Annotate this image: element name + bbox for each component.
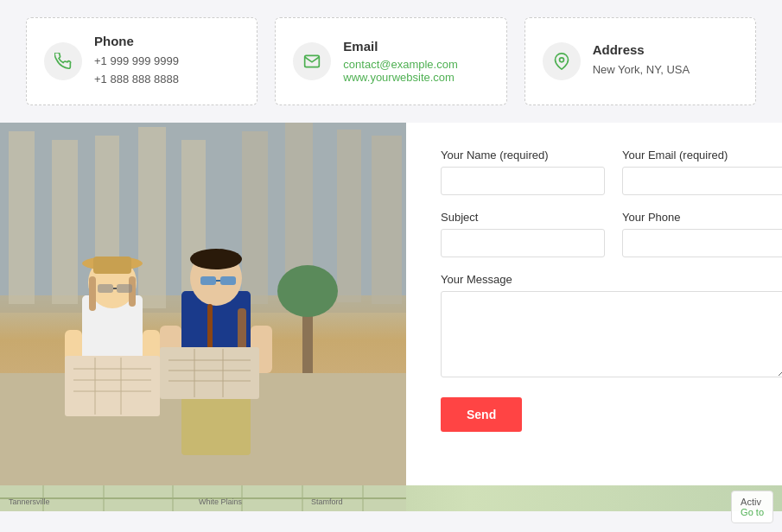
svg-rect-38: [181, 390, 251, 455]
message-label: Your Message: [441, 273, 782, 286]
couple-photo: [0, 123, 406, 485]
address-line: New York, NY, USA: [593, 61, 690, 79]
email-input[interactable]: [622, 167, 782, 195]
address-card-title: Address: [593, 42, 690, 57]
svg-text:Stamford: Stamford: [311, 497, 343, 506]
svg-text:Tannersville: Tannersville: [9, 497, 50, 506]
svg-point-40: [190, 249, 242, 269]
phone-number-2: +1 888 888 8888: [94, 71, 179, 89]
email-icon-wrap: [293, 42, 331, 80]
svg-rect-6: [138, 127, 166, 308]
name-field-group: Your Name (required): [441, 149, 605, 195]
svg-rect-31: [65, 356, 160, 416]
form-row-2: Subject Your Phone: [441, 211, 782, 257]
svg-rect-51: [160, 347, 259, 399]
map-preview: Tannersville White Plains Stamford: [0, 485, 406, 511]
svg-rect-4: [52, 140, 78, 304]
message-field-group: Your Message: [441, 273, 782, 377]
contact-form-side: Your Name (required) Your Email (require…: [406, 123, 782, 485]
svg-rect-24: [89, 276, 96, 311]
svg-rect-3: [9, 131, 35, 304]
contact-cards-section: Phone +1 999 999 9999 +1 888 888 8888 Em…: [0, 0, 782, 123]
svg-point-14: [277, 265, 338, 317]
phone-label: Your Phone: [622, 211, 782, 224]
location-icon: [553, 53, 570, 70]
svg-rect-42: [220, 276, 236, 285]
svg-point-0: [559, 58, 563, 62]
subject-input[interactable]: [441, 229, 605, 257]
address-card: Address New York, NY, USA: [525, 17, 756, 105]
activity-widget: Activ Go to: [731, 491, 773, 511]
main-section: Your Name (required) Your Email (require…: [0, 123, 782, 485]
email-field-group: Your Email (required): [622, 149, 782, 195]
name-label: Your Name (required): [441, 149, 605, 162]
phone-number-1: +1 999 999 9999: [94, 53, 179, 71]
form-row-1: Your Name (required) Your Email (require…: [441, 149, 782, 195]
address-card-content: Address New York, NY, USA: [593, 42, 690, 79]
phone-icon-wrap: [44, 42, 82, 80]
activity-label: Activ: [741, 497, 761, 507]
address-icon-wrap: [543, 42, 581, 80]
email-link-2[interactable]: www.yourwebsite.com: [343, 71, 457, 84]
map-area: Tannersville White Plains Stamford: [0, 485, 782, 511]
name-input[interactable]: [441, 167, 605, 195]
form-row-3: Your Message: [441, 273, 782, 377]
email-card-title: Email: [343, 39, 457, 54]
email-label: Your Email (required): [622, 149, 782, 162]
phone-icon: [54, 53, 72, 70]
svg-rect-23: [93, 256, 131, 274]
send-button[interactable]: Send: [441, 397, 522, 432]
email-card: Email contact@example.com www.yourwebsit…: [275, 17, 506, 105]
subject-field-group: Subject: [441, 211, 605, 257]
svg-rect-10: [337, 130, 361, 302]
email-card-content: Email contact@example.com www.yourwebsit…: [343, 39, 457, 84]
svg-rect-8: [242, 131, 268, 304]
email-link-1[interactable]: contact@example.com: [343, 58, 457, 71]
goto-label[interactable]: Go to: [741, 507, 764, 511]
phone-card: Phone +1 999 999 9999 +1 888 888 8888: [26, 17, 257, 105]
contact-form: Your Name (required) Your Email (require…: [441, 149, 782, 432]
subject-label: Subject: [441, 211, 605, 224]
svg-text:White Plains: White Plains: [199, 497, 243, 506]
svg-rect-41: [200, 276, 216, 285]
email-icon: [303, 53, 321, 70]
svg-rect-27: [117, 284, 132, 293]
phone-card-content: Phone +1 999 999 9999 +1 888 888 8888: [94, 34, 179, 89]
phone-card-title: Phone: [94, 34, 179, 48]
svg-rect-11: [372, 136, 402, 304]
phone-input[interactable]: [622, 229, 782, 257]
phone-field-group: Your Phone: [622, 211, 782, 257]
svg-rect-26: [98, 284, 113, 293]
message-input[interactable]: [441, 291, 782, 377]
couple-illustration: [0, 123, 406, 485]
photo-side: [0, 123, 406, 485]
